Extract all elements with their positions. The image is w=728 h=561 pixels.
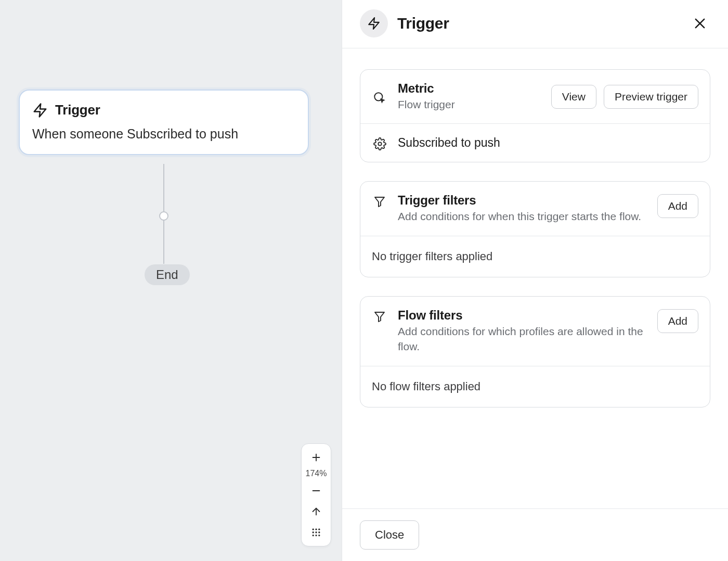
zoom-out-button[interactable] — [302, 480, 331, 501]
flow-filters-subtitle: Add conditions for which profiles are al… — [398, 324, 647, 354]
svg-point-8 — [313, 531, 314, 533]
zoom-to-top-button[interactable] — [302, 501, 331, 522]
trigger-settings-panel: Trigger Metric Flow trigger — [342, 0, 728, 561]
svg-point-13 — [318, 534, 320, 536]
svg-point-6 — [315, 529, 317, 530]
close-icon[interactable] — [690, 13, 710, 34]
trigger-filters-subtitle: Add conditions for when this trigger sta… — [398, 209, 647, 224]
svg-point-9 — [315, 531, 317, 533]
filter-icon — [372, 308, 387, 323]
flow-canvas[interactable]: Trigger When someone Subscribed to push … — [0, 0, 342, 561]
svg-point-18 — [378, 143, 381, 146]
svg-point-11 — [313, 534, 314, 536]
panel-footer: Close — [342, 508, 728, 561]
add-trigger-filter-button[interactable]: Add — [657, 194, 698, 218]
svg-marker-20 — [375, 312, 384, 322]
trigger-filters-empty-state: No trigger filters applied — [360, 236, 710, 277]
cursor-click-icon — [372, 89, 387, 105]
metric-subtitle: Flow trigger — [398, 97, 541, 112]
trigger-node-title: Trigger — [55, 102, 100, 118]
close-button[interactable]: Close — [360, 520, 419, 550]
flow-filters-empty-state: No flow filters applied — [360, 366, 710, 407]
svg-point-5 — [313, 529, 314, 530]
trigger-filters-title: Trigger filters — [398, 193, 647, 208]
trigger-node-description: When someone Subscribed to push — [32, 126, 295, 142]
flow-filters-card: Flow filters Add conditions for which pr… — [360, 296, 710, 407]
panel-header: Trigger — [342, 0, 728, 48]
trigger-node[interactable]: Trigger When someone Subscribed to push — [19, 90, 309, 155]
add-flow-filter-button[interactable]: Add — [657, 309, 698, 333]
filter-icon — [372, 193, 387, 208]
lightning-icon — [32, 103, 48, 118]
zoom-level-label: 174% — [306, 468, 327, 480]
zoom-in-button[interactable] — [302, 447, 331, 468]
svg-point-7 — [318, 529, 320, 530]
trigger-filters-card: Trigger filters Add conditions for when … — [360, 181, 710, 277]
metric-selected-value: Subscribed to push — [398, 136, 698, 150]
svg-marker-14 — [369, 18, 379, 29]
view-button[interactable]: View — [551, 85, 596, 109]
zoom-control: 174% — [301, 443, 331, 546]
gear-icon — [372, 135, 387, 150]
end-node: End — [145, 264, 190, 285]
panel-title: Trigger — [397, 15, 680, 32]
zoom-grid-button[interactable] — [302, 522, 331, 543]
flow-filters-title: Flow filters — [398, 308, 647, 323]
svg-point-10 — [318, 531, 320, 533]
metric-title: Metric — [398, 81, 541, 96]
svg-point-12 — [315, 534, 317, 536]
svg-marker-0 — [34, 104, 46, 117]
metric-card: Metric Flow trigger View Preview trigger — [360, 69, 710, 162]
svg-marker-19 — [375, 197, 384, 207]
connector-add-point[interactable] — [159, 211, 168, 221]
preview-trigger-button[interactable]: Preview trigger — [604, 85, 698, 109]
lightning-icon — [360, 9, 388, 37]
